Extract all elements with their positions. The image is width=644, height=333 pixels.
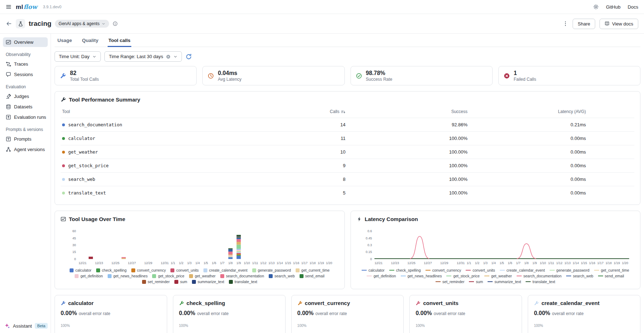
- check-circle-icon: [356, 73, 362, 79]
- logo-ml: ml: [16, 4, 23, 11]
- share-button[interactable]: Share: [573, 19, 595, 29]
- svg-text:12/29: 12/29: [144, 261, 152, 265]
- legend-item-get-news-headlines: get_news_headlines: [108, 274, 148, 278]
- svg-text:1/7: 1/7: [516, 261, 520, 265]
- svg-text:12/31: 12/31: [456, 261, 464, 265]
- usage-chart-legend: calculatorcheck_spellingconvert_currency…: [61, 268, 339, 284]
- time-unit-select[interactable]: Time Unit: Day: [55, 51, 101, 62]
- svg-text:45: 45: [72, 236, 76, 240]
- legend-item-get-weather: get_weather: [189, 274, 216, 278]
- svg-text:1/11: 1/11: [252, 261, 258, 265]
- stat-value: 1: [514, 70, 536, 76]
- svg-text:12/21: 12/21: [79, 261, 86, 265]
- database-icon: [6, 104, 11, 109]
- svg-text:1/3: 1/3: [187, 261, 192, 265]
- stat-value: 82: [70, 70, 99, 76]
- experiment-beaker-icon: [16, 19, 25, 28]
- sidebar: OverviewObservabilityTracesSessionsEvalu…: [0, 34, 51, 333]
- mini-chart-axis-tick: 100%: [179, 324, 279, 328]
- svg-text:1/1: 1/1: [171, 261, 175, 265]
- svg-text:1/10: 1/10: [540, 261, 546, 265]
- tab-usage[interactable]: Usage: [57, 34, 73, 47]
- traces-icon: [6, 61, 11, 67]
- svg-text:1/18: 1/18: [310, 261, 316, 265]
- refresh-icon[interactable]: [185, 53, 192, 60]
- tab-quality[interactable]: Quality: [81, 34, 99, 47]
- table-row: get_weather10100.00%0.00ms: [61, 145, 634, 159]
- usage-chart: 01530456012/2112/2312/2512/2712/2912/311…: [61, 225, 339, 267]
- back-arrow-icon[interactable]: [6, 20, 12, 27]
- legend-item-check-spelling: check_spelling: [389, 268, 421, 272]
- speech-bubble-icon: [6, 72, 11, 77]
- svg-text:12/25: 12/25: [112, 261, 119, 265]
- legend-item-calculator: calculator: [70, 268, 91, 272]
- overflow-menu-icon[interactable]: [563, 21, 568, 27]
- svg-text:1/12: 1/12: [260, 261, 266, 265]
- svg-text:0: 0: [74, 257, 76, 261]
- menu-icon[interactable]: [6, 4, 11, 10]
- stat-value: 98.78%: [366, 70, 392, 76]
- svg-text:0.45: 0.45: [366, 236, 372, 240]
- svg-text:1/12: 1/12: [556, 261, 562, 265]
- svg-text:1/13: 1/13: [268, 261, 274, 265]
- svg-text:1/7: 1/7: [220, 261, 224, 265]
- legend-item-set-reminder: set_reminder: [436, 280, 464, 284]
- column-header-success: Success: [345, 109, 467, 114]
- version-label: 3.9.1.dev0: [43, 5, 61, 9]
- tool-color-dot: [62, 178, 65, 181]
- mini-chart-axis-tick: 100%: [297, 324, 398, 328]
- column-header-tool: Tool: [62, 109, 295, 114]
- sidebar-item-evaluation-runs[interactable]: Evaluation runs: [3, 112, 48, 122]
- chevron-down-icon: [92, 55, 97, 59]
- page-title: tracing: [29, 20, 51, 28]
- legend-item-summarize-text: summarize_text: [488, 280, 521, 284]
- tab-tool-calls[interactable]: Tool calls: [108, 34, 131, 47]
- sidebar-section-evaluation: Evaluation: [6, 84, 45, 89]
- view-docs-button[interactable]: View docs: [600, 19, 638, 29]
- sidebar-item-prompts[interactable]: Prompts: [3, 134, 48, 144]
- summary-rows: search_documentation1492.86%0.21mscalcul…: [61, 118, 634, 200]
- sidebar-item-sessions[interactable]: Sessions: [3, 70, 48, 79]
- sidebar-item-datasets[interactable]: Datasets: [3, 102, 48, 112]
- tool-color-dot: [62, 192, 65, 194]
- sidebar-item-judges[interactable]: Judges: [3, 92, 48, 101]
- wrench-icon: [60, 73, 66, 79]
- legend-item-get-definition: get_definition: [367, 274, 396, 278]
- sidebar-item-agent-versions[interactable]: Agent versions: [3, 145, 48, 154]
- stat-card-success-rate: 98.78%Success Rate: [351, 66, 493, 85]
- sidebar-item-traces[interactable]: Traces: [3, 59, 48, 69]
- svg-text:1/20: 1/20: [326, 261, 332, 265]
- svg-text:1/20: 1/20: [622, 261, 628, 265]
- table-row: calculator11100.00%0.00ms: [61, 131, 634, 145]
- svg-text:60: 60: [72, 229, 76, 233]
- sort-descending-icon: [341, 109, 345, 114]
- legend-item-send-email: send_email: [300, 274, 325, 278]
- github-link[interactable]: GitHub: [606, 4, 620, 10]
- sidebar-item-overview[interactable]: Overview: [3, 37, 48, 47]
- svg-text:1/8: 1/8: [524, 261, 528, 265]
- gear-icon[interactable]: [593, 4, 599, 10]
- column-header-latency: Latency (AVG): [467, 109, 586, 114]
- table-row: search_documentation1492.86%0.21ms: [61, 118, 634, 131]
- column-header-calls[interactable]: Calls: [295, 109, 345, 114]
- docs-link[interactable]: Docs: [627, 4, 638, 10]
- svg-text:1/6: 1/6: [508, 261, 512, 265]
- chevron-down-icon: [102, 22, 105, 26]
- stat-label: Success Rate: [366, 77, 392, 82]
- lightning-icon: [357, 216, 362, 222]
- legend-item-search-documentation: search_documentation: [220, 274, 264, 278]
- clear-filter-icon[interactable]: [166, 55, 170, 59]
- mlflow-logo[interactable]: ml flow: [16, 3, 37, 11]
- table-row: get_stock_price9100.00%0.00ms: [61, 159, 634, 172]
- assistant-label: Assistant: [13, 323, 32, 329]
- beta-badge: Beta: [35, 323, 48, 329]
- time-range-select[interactable]: Time Range: Last 30 days: [104, 51, 182, 62]
- info-icon[interactable]: [113, 21, 118, 26]
- legend-item-search-documentation: search_documentation: [517, 274, 561, 278]
- svg-text:12/25: 12/25: [407, 261, 415, 265]
- experiment-type-selector[interactable]: GenAI apps & agents: [55, 20, 109, 28]
- svg-text:0.6: 0.6: [367, 229, 372, 233]
- legend-item-create-calendar-event: create_calendar_event: [500, 268, 545, 272]
- evaluation-runs-icon: [6, 114, 11, 120]
- assistant-button[interactable]: Assistant Beta: [4, 323, 48, 329]
